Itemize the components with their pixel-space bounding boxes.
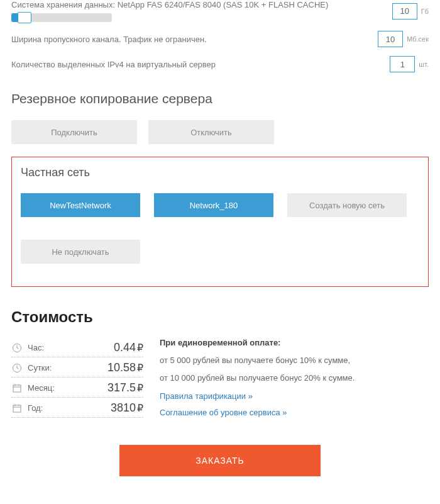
cost-block: Час: 0.44₽ Сутки: 10.58₽ Месяц: 317.5₽ Г…: [11, 337, 429, 423]
backup-disable-button[interactable]: Отключить: [148, 120, 274, 144]
ruble-icon: ₽: [137, 402, 143, 414]
cost-hour-row: Час: 0.44₽: [11, 337, 143, 357]
bandwidth-input[interactable]: [378, 31, 403, 47]
ipv4-unit: шт.: [419, 60, 429, 68]
backup-title: Резервное копирование сервера: [11, 91, 429, 106]
cost-title: Стоимость: [11, 308, 429, 326]
network-create-button[interactable]: Создать новую сеть: [287, 193, 407, 217]
storage-label: Система хранения данных: NetApp FAS 6240…: [11, 0, 392, 9]
cost-year-value: 3810: [111, 401, 136, 415]
cost-month-value: 317.5: [107, 381, 136, 395]
clock-icon: [11, 342, 23, 354]
svg-rect-2: [13, 385, 21, 392]
network-newtest-button[interactable]: NewTestNetwork: [21, 193, 140, 217]
slider-handle[interactable]: [18, 12, 31, 23]
cost-day-row: Сутки: 10.58₽: [11, 357, 143, 378]
calendar-icon: [11, 403, 23, 414]
cost-table: Час: 0.44₽ Сутки: 10.58₽ Месяц: 317.5₽ Г…: [11, 337, 143, 423]
bandwidth-unit: Мб.сек: [407, 35, 429, 43]
ruble-icon: ₽: [137, 362, 143, 374]
calendar-icon: [11, 383, 23, 394]
ruble-icon: ₽: [137, 342, 143, 354]
cost-hour-value: 0.44: [114, 341, 136, 354]
bandwidth-label: Ширина пропускного канала. Трафик не огр…: [11, 35, 207, 44]
cost-hour-label: Час:: [28, 343, 44, 352]
backup-enable-button[interactable]: Подключить: [11, 120, 137, 144]
cost-day-label: Сутки:: [28, 363, 52, 372]
network-buttons: NewTestNetwork Network_180 Создать новую…: [21, 193, 419, 272]
info-bonus-1: от 5 000 рублей вы получаете бонус 10% к…: [160, 355, 429, 366]
config-bandwidth-row: Ширина пропускного канала. Трафик не огр…: [11, 31, 429, 47]
config-ipv4-row: Количество выделенных IPv4 на виртуальны…: [11, 56, 429, 72]
order-wrap: ЗАКАЗАТЬ: [11, 445, 429, 476]
cost-month-row: Месяц: 317.5₽: [11, 378, 143, 398]
ipv4-input[interactable]: [390, 56, 415, 72]
order-button[interactable]: ЗАКАЗАТЬ: [119, 445, 321, 476]
storage-slider[interactable]: [11, 13, 112, 22]
cost-info: При единовременной оплате: от 5 000 рубл…: [160, 337, 429, 423]
private-network-box: Частная сеть NewTestNetwork Network_180 …: [11, 157, 429, 287]
storage-input[interactable]: [392, 3, 417, 20]
network-title: Частная сеть: [21, 166, 419, 179]
backup-buttons: Подключить Отключить: [11, 120, 429, 144]
cost-day-value: 10.58: [107, 361, 136, 374]
clock-icon: [11, 362, 23, 374]
info-bonus-2: от 10 000 рублей вы получаете бонус 20% …: [160, 372, 429, 384]
ruble-icon: ₽: [137, 382, 143, 394]
cost-year-row: Год: 3810₽: [11, 398, 143, 418]
network-disconnect-button[interactable]: Не подключать: [21, 240, 140, 264]
tariff-link[interactable]: Правила тарификации »: [160, 391, 429, 402]
ipv4-label: Количество выделенных IPv4 на виртуальны…: [11, 60, 216, 69]
svg-rect-6: [13, 405, 21, 412]
config-storage-row: Система хранения данных: NetApp FAS 6240…: [11, 0, 429, 22]
info-heading: При единовременной оплате:: [160, 337, 429, 349]
network-180-button[interactable]: Network_180: [154, 193, 273, 217]
cost-month-label: Месяц:: [28, 383, 55, 393]
cost-year-label: Год:: [28, 403, 43, 413]
sla-link[interactable]: Соглашение об уровне сервиса »: [160, 407, 429, 418]
storage-unit: Гб: [421, 8, 429, 15]
